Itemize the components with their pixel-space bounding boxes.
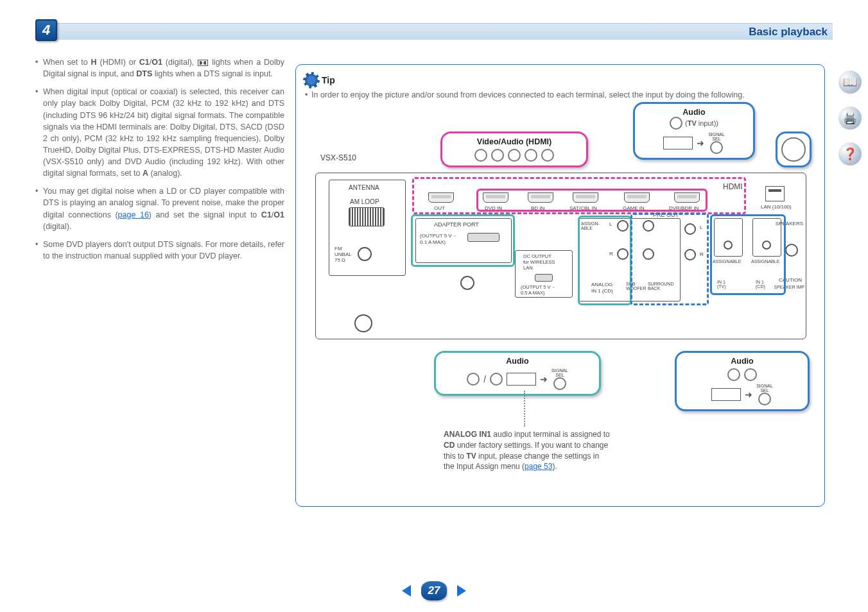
label-assignable2a: ASSIGNABLE [713, 259, 741, 264]
callout-sub: (TV input)) [641, 117, 747, 130]
display-icon [507, 373, 536, 386]
label-hdmi-out: OUT [434, 205, 445, 211]
front-button-icon [710, 141, 723, 154]
front-button-icon [727, 368, 740, 381]
link-page-53[interactable]: page 53 [525, 462, 552, 471]
label-surround: SURROUND BACK [648, 282, 673, 291]
gear-icon [305, 74, 318, 87]
label-analog: ANALOG [591, 282, 612, 287]
hdmi-sat [573, 192, 598, 203]
label-r2: R [700, 251, 704, 257]
callout-title: Audio [442, 357, 593, 366]
front-button-icon [474, 149, 487, 162]
label-hdmi-game: GAME IN [623, 205, 645, 211]
label-adapter-sub1: (OUTPUT 5 V ⎓ [420, 233, 456, 239]
label-adapter-sub2: 0.1 A MAX) [420, 239, 446, 245]
help-icon[interactable]: ❓ [838, 142, 862, 166]
signal-sel-label: SIGNAL SEL [756, 384, 773, 393]
diagram-area: Video/Audio (HDMI) Audio (TV input)) ➜ [309, 102, 812, 493]
display-icon [663, 137, 693, 149]
label-caution: CAUTION [779, 277, 802, 283]
label-hdmi: HDMI [723, 182, 743, 191]
model-name: VSX-S510 [320, 153, 356, 162]
bullet-3: You may get digital noise when a LD or C… [35, 185, 284, 232]
next-page-button[interactable] [457, 585, 466, 597]
label-hdmi-dvr: DVR/BDR IN [669, 205, 699, 211]
front-button-icon [508, 149, 521, 162]
front-button-icon [491, 149, 504, 162]
signal-sel-label: SIGNAL SEL [708, 132, 725, 141]
knob-icon [781, 137, 806, 162]
signal-sel-label: SIGNAL SEL [551, 368, 568, 377]
printer-icon[interactable]: 🖨️ [838, 106, 862, 130]
callout-title: Audio [683, 357, 801, 366]
label-assignable: ASSIGN- ABLE [581, 221, 600, 230]
label-r: R [609, 251, 613, 257]
front-button-icon [758, 393, 771, 405]
tip-panel: Tip In order to enjoy the picture and/or… [295, 64, 825, 507]
label-in1cd: IN 1 (CD) [591, 288, 613, 294]
top-bar: Basic playback [35, 23, 833, 40]
label-fm: FM UNBAL 75 Ω [334, 246, 352, 263]
callout-knob-right [776, 132, 812, 167]
label-amloop: AM LOOP [350, 198, 379, 205]
display-icon [711, 388, 741, 401]
hdmi-dvd [483, 192, 508, 203]
rca-analog-r [617, 248, 629, 260]
label-preout: PRE OUT [653, 212, 679, 218]
front-button-icon [553, 377, 566, 390]
tip-heading: Tip [322, 75, 335, 85]
arrow-icon: ➜ [540, 374, 548, 384]
callout-title: Video/Audio (HDMI) [449, 137, 580, 146]
adapter-port-jack [467, 233, 499, 242]
optical-jack [724, 241, 733, 250]
label-antenna: ANTENNA [349, 184, 379, 191]
hdmi-game [624, 192, 650, 203]
label-speakers: SPEAKERS [776, 221, 803, 226]
ground-terminal [354, 314, 372, 332]
bullet-4: Some DVD players don't output DTS signal… [35, 239, 284, 262]
lan-port [765, 186, 785, 201]
label-dc-out-sub1: (OUTPUT 5 V ⎓ [521, 284, 555, 290]
label-lan: LAN (10/100) [761, 204, 792, 210]
link-page-16[interactable]: page 16 [118, 210, 149, 219]
book-icon[interactable]: 📖 [838, 71, 862, 94]
tip-body-text: In order to enjoy the picture and/or sou… [305, 90, 815, 99]
rear-panel: ANTENNA AM LOOP FM UNBAL 75 Ω HDMI OUT D… [315, 173, 806, 339]
label-adapter: ADAPTER PORT [434, 221, 479, 228]
fm-antenna-jack [358, 247, 372, 261]
callout-audio-analog: Audio / ➜ SIGNAL SEL [434, 351, 601, 396]
hdmi-bd [528, 192, 553, 203]
front-button-icon [541, 149, 554, 162]
hdmi-dvr [674, 192, 700, 203]
callout-video-audio-hdmi: Video/Audio (HDMI) [440, 132, 588, 167]
note-analog-in1: ANALOG IN1 audio input terminal is assig… [444, 429, 611, 472]
front-button-icon [490, 373, 503, 386]
label-hdmi-dvd: DVD IN [485, 205, 502, 211]
dc-output-jack [535, 274, 553, 282]
bullet-2: When digital input (optical or coaxial) … [35, 86, 284, 179]
label-hdmi-bd: BD IN [531, 205, 544, 211]
front-button-icon [525, 149, 537, 162]
label-dc-out: DC OUTPUT for WIRELESS LAN [523, 253, 555, 271]
front-button-icon [744, 368, 757, 381]
callout-title: Audio [641, 108, 747, 117]
callout-audio-digital: Audio ➜ SIGNAL SEL [675, 351, 810, 411]
label-sub: SUB WOOFER [626, 282, 647, 291]
hdmi-out [428, 192, 454, 203]
arrow-icon: ➜ [697, 138, 704, 148]
coax-jack [762, 241, 771, 250]
side-icon-column: 📖 🖨️ ❓ [838, 71, 862, 166]
am-loop-terminal [349, 207, 385, 226]
page-number-badge: 27 [421, 581, 447, 600]
prev-page-button[interactable] [402, 585, 411, 597]
label-dc-out-sub2: 0.5 A MAX) [521, 290, 545, 296]
arrow-icon: ➜ [745, 389, 752, 400]
rca-analog-l [617, 220, 629, 232]
usb-button [460, 276, 474, 290]
speaker-terminal [785, 244, 798, 257]
rca-preout-l [684, 223, 696, 235]
front-button-icon [670, 117, 682, 130]
label-speaker-imp: SPEAKER IMP [774, 285, 804, 289]
label-incd: IN 1 (CD) [756, 280, 765, 289]
